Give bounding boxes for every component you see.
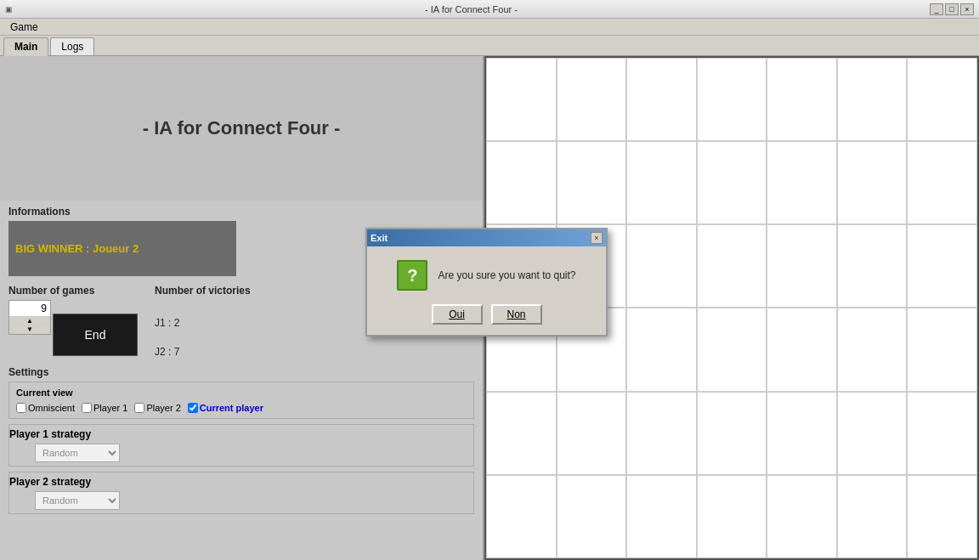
dialog-title-bar: Exit ×	[367, 229, 606, 246]
title-bar: ▣ - IA for Connect Four - _ □ ×	[0, 0, 979, 19]
board-cell[interactable]	[697, 141, 767, 224]
victories-label: Number of victories	[155, 285, 251, 297]
question-icon: ?	[397, 260, 427, 291]
board-cell[interactable]	[697, 224, 767, 308]
settings-section: Settings Current view Omniscient Player …	[0, 363, 483, 523]
board-cell[interactable]	[697, 308, 767, 391]
tab-logs[interactable]: Logs	[50, 37, 94, 55]
j1-victories: J1 : 2	[155, 317, 251, 329]
board-cell[interactable]	[767, 141, 837, 224]
info-section-label: Informations	[8, 206, 474, 218]
dialog-body: ? Are you sure you want to quit?	[397, 260, 575, 291]
board-cell[interactable]	[557, 141, 627, 224]
player2-strategy-label: Player 2 strategy	[9, 476, 473, 488]
spinner-up[interactable]: ▲	[9, 317, 50, 325]
player1-checkbox-item: Player 1	[82, 403, 127, 413]
current-player-checkbox-item: Current player	[188, 403, 263, 413]
window-title: - IA for Connect Four -	[13, 4, 930, 14]
current-view-label: Current view	[16, 387, 467, 398]
dialog-close-button[interactable]: ×	[591, 232, 603, 244]
info-box: BIG WINNER : Joueur 2	[8, 221, 236, 276]
board-cell[interactable]	[907, 224, 977, 308]
window-controls: _ □ ×	[930, 3, 974, 15]
dialog-content: ? Are you sure you want to quit? Oui Non	[367, 246, 606, 335]
board-cell[interactable]	[626, 224, 697, 308]
end-button[interactable]: End	[53, 314, 138, 356]
board-cell[interactable]	[837, 224, 908, 308]
player1-strategy-dropdown[interactable]: Random	[35, 444, 120, 462]
board-cell[interactable]	[907, 475, 977, 558]
board-cell[interactable]	[486, 475, 557, 558]
player1-strategy-label: Player 1 strategy	[9, 428, 473, 440]
player2-checkbox[interactable]	[134, 403, 144, 413]
board-cell[interactable]	[697, 475, 767, 558]
oui-button[interactable]: Oui	[432, 304, 483, 325]
board-cell[interactable]	[767, 58, 837, 141]
omniscient-checkbox-item: Omniscient	[16, 403, 75, 413]
exit-dialog: Exit × ? Are you sure you want to quit? …	[365, 228, 608, 337]
board-cell[interactable]	[626, 392, 697, 475]
board-cell[interactable]	[697, 58, 767, 141]
maximize-button[interactable]: □	[945, 3, 959, 15]
board-cell[interactable]	[837, 141, 908, 224]
minimize-button[interactable]: _	[930, 3, 943, 15]
board-cell[interactable]	[697, 392, 767, 475]
board-cell[interactable]	[626, 475, 697, 558]
board-cell[interactable]	[907, 392, 977, 475]
board-cell[interactable]	[626, 141, 697, 224]
dialog-title: Exit	[371, 233, 388, 243]
board-cell[interactable]	[837, 392, 908, 475]
omniscient-checkbox[interactable]	[16, 403, 26, 413]
board-cell[interactable]	[557, 475, 627, 558]
player2-checkbox-item: Player 2	[134, 403, 180, 413]
app-title-area: - IA for Connect Four -	[0, 56, 483, 201]
player2-strategy-box: Player 2 strategy Random	[8, 472, 474, 514]
board-cell[interactable]	[626, 58, 697, 141]
board-cell[interactable]	[767, 224, 837, 308]
winner-text: BIG WINNER : Joueur 2	[15, 242, 139, 255]
board-cell[interactable]	[837, 308, 908, 391]
player1-strategy-select: Random	[35, 444, 473, 462]
menu-bar: Game	[0, 19, 979, 36]
board-cell[interactable]	[767, 392, 837, 475]
board-cell[interactable]	[907, 58, 977, 141]
board-cell[interactable]	[767, 308, 837, 391]
games-col: Number of games 9 ▲ ▼ End	[8, 285, 138, 356]
dialog-message: Are you sure you want to quit?	[438, 269, 575, 281]
board-cell[interactable]	[907, 141, 977, 224]
board-cell[interactable]	[626, 308, 697, 391]
board-cell[interactable]	[557, 392, 627, 475]
board-cell[interactable]	[486, 58, 557, 141]
spinner-value: 9	[9, 301, 50, 317]
tab-main[interactable]: Main	[3, 37, 48, 56]
board-cell[interactable]	[486, 141, 557, 224]
player1-label: Player 1	[93, 403, 127, 413]
j2-victories: J2 : 7	[155, 346, 251, 358]
close-button[interactable]: ×	[960, 3, 974, 15]
board-cell[interactable]	[837, 475, 908, 558]
game-menu[interactable]: Game	[3, 20, 45, 35]
board-cell[interactable]	[557, 58, 627, 141]
omniscient-label: Omniscient	[28, 403, 75, 413]
games-label: Number of games	[8, 285, 138, 297]
player2-strategy-dropdown[interactable]: Random	[35, 491, 120, 510]
spinner-down[interactable]: ▼	[9, 325, 50, 334]
tabs-bar: Main Logs	[0, 36, 979, 56]
player1-strategy-box: Player 1 strategy Random	[8, 424, 474, 467]
current-player-label: Current player	[200, 403, 263, 413]
player2-label: Player 2	[146, 403, 180, 413]
board-cell[interactable]	[486, 392, 557, 475]
window-icon: ▣	[5, 5, 13, 14]
player2-strategy-select: Random	[35, 491, 473, 510]
board-cell[interactable]	[767, 475, 837, 558]
settings-label: Settings	[8, 366, 474, 378]
non-button[interactable]: Non	[491, 304, 542, 325]
board-cell[interactable]	[907, 308, 977, 391]
app-title: - IA for Connect Four -	[143, 117, 341, 139]
current-player-checkbox[interactable]	[188, 403, 198, 413]
current-view-box: Current view Omniscient Player 1 Player …	[8, 382, 474, 419]
games-spinner[interactable]: 9 ▲ ▼	[8, 300, 51, 335]
player1-checkbox[interactable]	[82, 403, 92, 413]
board-cell[interactable]	[837, 58, 908, 141]
checkboxes-row: Omniscient Player 1 Player 2 Current pla…	[16, 403, 467, 413]
